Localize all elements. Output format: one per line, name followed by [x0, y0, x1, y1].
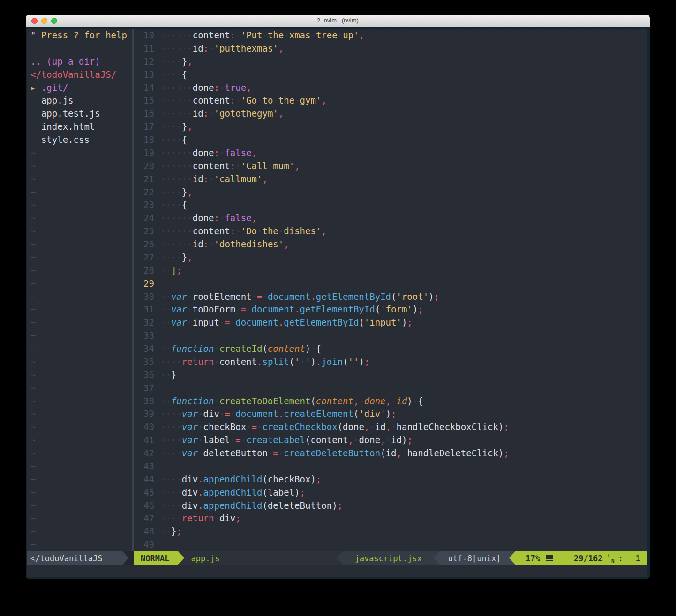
code-line-17[interactable]: 17····}, — [134, 120, 647, 134]
code-line-33[interactable]: 33 — [134, 329, 647, 342]
empty-buffer-tilde: ~ — [30, 329, 132, 342]
vim-command-line[interactable] — [27, 565, 647, 577]
tree-root[interactable]: </todoVanillaJS/ — [30, 68, 132, 82]
code-line-44[interactable]: 44····div.appendChild(checkBox); — [134, 473, 647, 486]
tree-item-index-html[interactable]: index.html — [30, 120, 132, 134]
code-line-18[interactable]: 18····{ — [134, 134, 647, 147]
whitespace-dot: · — [246, 304, 251, 314]
empty-buffer-tilde: ~ — [30, 342, 132, 356]
window-titlebar[interactable]: 2. nvim . (nvim) — [26, 15, 650, 27]
whitespace-dot: · — [160, 239, 165, 249]
whitespace-dot: · — [165, 82, 171, 93]
code-line-34[interactable]: 34··function·createId(content)·{ — [134, 342, 647, 356]
code-line-42[interactable]: 42····var·deleteButton·=·createDeleteBut… — [134, 447, 647, 460]
tree-item-git-dir[interactable]: ▸ .git/ — [30, 82, 132, 95]
code-line-47[interactable]: 47····return·div; — [134, 512, 647, 525]
code-line-11[interactable]: 11······id:·'putthexmas', — [134, 42, 647, 55]
whitespace-dot: · — [182, 161, 187, 171]
code-line-21[interactable]: 21······id:·'callmum', — [134, 173, 647, 186]
code-line-15[interactable]: 15······content:·'Go·to·the·gym', — [134, 94, 647, 107]
code-line-38[interactable]: 38··function·createToDoElement(content,·… — [134, 395, 647, 408]
whitespace-dot: · — [187, 226, 192, 236]
code-line-30[interactable]: 30··var·rootElement·=·document.getElemen… — [134, 290, 647, 304]
whitespace-dot: · — [160, 200, 165, 210]
code-line-31[interactable]: 31··var·toDoForm·=·document.getElementBy… — [134, 303, 647, 316]
empty-buffer-tilde: ~ — [30, 212, 132, 225]
code-line-26[interactable]: 26······id:·'dothedishes', — [134, 238, 647, 251]
whitespace-dot: · — [182, 30, 187, 40]
line-number: 35 — [134, 356, 154, 369]
line-number: 15 — [134, 94, 154, 107]
code-line-37[interactable]: 37 — [134, 382, 647, 395]
whitespace-dot: · — [235, 161, 240, 171]
code-line-43[interactable]: 43 — [134, 460, 647, 473]
powerline-arrow-icon — [123, 551, 128, 565]
code-line-10[interactable]: 10······content:·'Put·the·xmas·tree·up', — [134, 29, 647, 42]
code-line-16[interactable]: 16······id:·'gotothegym', — [134, 107, 647, 120]
code-line-36[interactable]: 36··} — [134, 369, 647, 382]
whitespace-dot: · — [165, 30, 171, 40]
whitespace-dot: · — [165, 291, 171, 302]
tree-item-up-dir[interactable]: .. (up a dir) — [30, 55, 132, 68]
whitespace-dot: · — [176, 200, 181, 210]
whitespace-dot: · — [160, 69, 165, 80]
code-line-22[interactable]: 22····}, — [134, 186, 647, 199]
tree-item-app-js[interactable]: app.js — [30, 94, 132, 107]
code-line-25[interactable]: 25······content:·'Do·the·dishes', — [134, 225, 647, 238]
code-line-35[interactable]: 35····return·content.split('·').join('')… — [134, 356, 647, 369]
whitespace-dot: · — [182, 148, 187, 158]
whitespace-dot: · — [165, 408, 171, 419]
whitespace-dot: · — [160, 56, 165, 67]
empty-buffer-tilde: ~ — [30, 473, 132, 486]
whitespace-dot: · — [182, 174, 187, 184]
code-line-12[interactable]: 12····}, — [134, 55, 647, 68]
whitespace-dot: · — [187, 148, 192, 158]
whitespace-dot: · — [165, 500, 171, 511]
whitespace-dot: · — [165, 317, 171, 327]
code-line-41[interactable]: 41····var·label·=·createLabel(content,·d… — [134, 434, 647, 447]
line-number: 47 — [134, 512, 154, 525]
whitespace-dot: · — [165, 200, 171, 210]
code-line-49[interactable]: 49 — [134, 538, 647, 551]
whitespace-dot: · — [165, 121, 171, 132]
code-line-32[interactable]: 32··var·input·=·document.getElementById(… — [134, 316, 647, 329]
nerdtree-panel: " Press ? for help.. (up a dir)</todoVan… — [27, 29, 132, 551]
powerline-arrow-icon — [178, 551, 184, 565]
code-line-39[interactable]: 39····var·div·=·document.createElement('… — [134, 408, 647, 421]
empty-buffer-tilde: ~ — [30, 147, 132, 160]
whitespace-dot: · — [160, 435, 165, 445]
line-number: 12 — [134, 55, 154, 68]
code-line-14[interactable]: 14······done:·true, — [134, 82, 647, 95]
code-line-19[interactable]: 19······done:·false, — [134, 147, 647, 160]
whitespace-dot: · — [160, 252, 165, 262]
empty-buffer-tilde: ~ — [30, 408, 132, 421]
code-line-46[interactable]: 46····div.appendChild(deleteButton); — [134, 499, 647, 512]
whitespace-dot: · — [176, 82, 181, 93]
tree-item-app-test-js[interactable]: app.test.js — [30, 107, 132, 120]
code-line-29[interactable]: 29 — [134, 277, 647, 290]
code-line-40[interactable]: 40····var·checkBox·=·createCheckbox(done… — [134, 421, 647, 434]
code-line-45[interactable]: 45····div.appendChild(label); — [134, 486, 647, 499]
tree-item-style-css[interactable]: style.css — [30, 134, 132, 147]
code-line-23[interactable]: 23····{ — [134, 199, 647, 212]
whitespace-dot: · — [278, 448, 284, 458]
editor-buffer[interactable]: 10······content:·'Put·the·xmas·tree·up',… — [134, 29, 647, 551]
empty-buffer-tilde: ~ — [30, 225, 132, 238]
whitespace-dot: · — [176, 134, 181, 145]
whitespace-dot: · — [160, 108, 165, 119]
whitespace-dot: · — [160, 343, 165, 354]
code-line-13[interactable]: 13····{ — [134, 68, 647, 82]
whitespace-dot: · — [165, 43, 171, 53]
whitespace-dot: · — [262, 30, 267, 40]
code-line-27[interactable]: 27····}, — [134, 251, 647, 264]
whitespace-dot: · — [182, 108, 187, 119]
code-line-48[interactable]: 48··}; — [134, 525, 647, 538]
whitespace-dot: · — [252, 291, 257, 302]
line-number: 27 — [134, 251, 154, 264]
whitespace-dot: · — [176, 500, 181, 511]
filename-label: app.js — [191, 551, 219, 565]
code-line-28[interactable]: 28··]; — [134, 264, 647, 277]
code-line-20[interactable]: 20······content:·'Call·mum', — [134, 160, 647, 173]
code-line-24[interactable]: 24······done:·false, — [134, 212, 647, 225]
whitespace-dot: · — [160, 226, 165, 236]
